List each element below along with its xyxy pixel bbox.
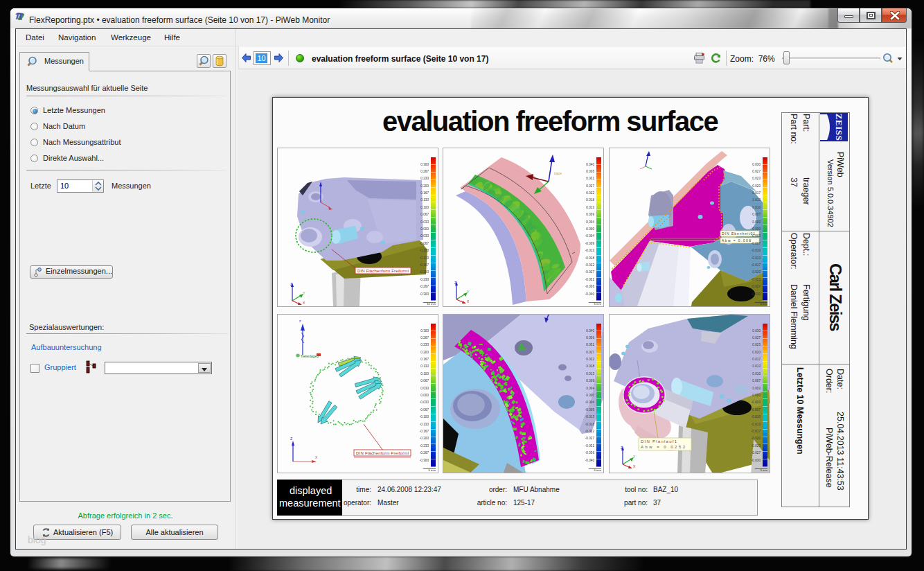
- svg-text:X: X: [467, 299, 470, 304]
- svg-text:Z: Z: [290, 437, 292, 441]
- svg-text:trace: trace: [554, 171, 562, 175]
- svg-text:DIN Flächenform Freiforml: DIN Flächenform Freiforml: [357, 269, 409, 273]
- svg-text:Z: Z: [454, 281, 456, 285]
- svg-text:X: X: [315, 455, 318, 459]
- svg-text:X: X: [303, 301, 305, 305]
- svg-text:DIN Flächenform Freiforml: DIN Flächenform Freiforml: [356, 451, 409, 455]
- svg-text:Tiefenlage3: Tiefenlage3: [301, 354, 319, 358]
- svg-text:DIN Planlauf1: DIN Planlauf1: [641, 439, 677, 443]
- svg-text:z: z: [299, 319, 301, 323]
- svg-text:Z: Z: [290, 282, 292, 286]
- svg-text:ZEISS: ZEISS: [834, 114, 844, 141]
- svg-text:Y: Y: [303, 291, 305, 295]
- svg-text:Abw = 0.0252: Abw = 0.0252: [641, 445, 686, 449]
- svg-text:Y: Y: [467, 290, 470, 294]
- svg-text:X: X: [633, 464, 636, 468]
- svg-text:Y: Y: [633, 455, 636, 459]
- svg-text:Z: Z: [621, 446, 623, 450]
